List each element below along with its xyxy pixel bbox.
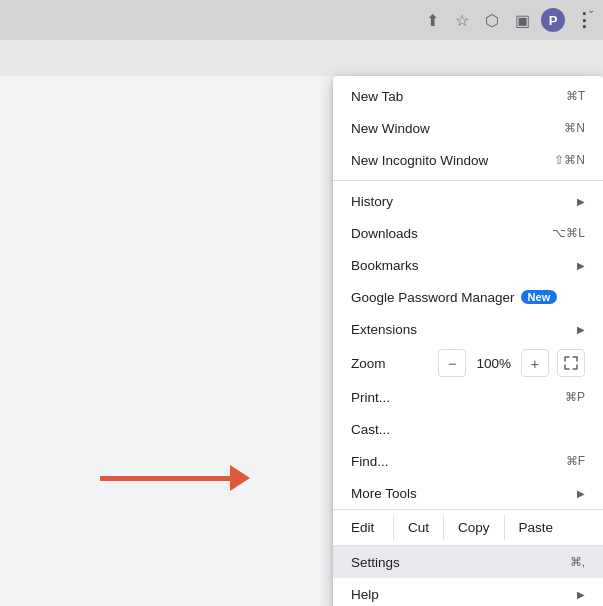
menu-item-history-label: History xyxy=(351,194,393,209)
menu-item-find-label: Find... xyxy=(351,454,389,469)
menu-item-downloads-label: Downloads xyxy=(351,226,418,241)
menu-item-new-tab-label: New Tab xyxy=(351,89,403,104)
menu-item-print-shortcut: ⌘P xyxy=(565,390,585,404)
menu-item-cast[interactable]: Cast... xyxy=(333,413,603,445)
menu-item-print[interactable]: Print... ⌘P xyxy=(333,381,603,413)
menu-item-extensions[interactable]: Extensions ▶ xyxy=(333,313,603,345)
menu-item-password-manager-label: Google Password Manager xyxy=(351,290,515,305)
arrow-head xyxy=(230,465,250,491)
zoom-value: 100% xyxy=(466,356,521,371)
menu-item-bookmarks-label: Bookmarks xyxy=(351,258,419,273)
paste-button[interactable]: Paste xyxy=(504,515,568,540)
menu-item-history[interactable]: History ▶ xyxy=(333,185,603,217)
menu-item-password-label-group: Google Password Manager New xyxy=(351,290,557,305)
chevron-right-bookmarks-icon: ▶ xyxy=(577,260,585,271)
menu-item-help[interactable]: Help ▶ xyxy=(333,578,603,606)
menu-item-downloads-shortcut: ⌥⌘L xyxy=(552,226,585,240)
chevron-right-help-icon: ▶ xyxy=(577,589,585,600)
menu-item-new-tab[interactable]: New Tab ⌘T xyxy=(333,80,603,112)
new-badge: New xyxy=(521,290,558,304)
menu-item-settings[interactable]: Settings ⌘, xyxy=(333,546,603,578)
menu-item-password-manager[interactable]: Google Password Manager New xyxy=(333,281,603,313)
arrow xyxy=(100,465,250,491)
extensions-icon[interactable]: ⬡ xyxy=(481,9,503,31)
main-area: New Tab ⌘T New Window ⌘N New Incognito W… xyxy=(0,76,603,606)
menu-item-new-window-label: New Window xyxy=(351,121,430,136)
zoom-minus-button[interactable]: − xyxy=(438,349,466,377)
tab-bar xyxy=(0,40,603,76)
menu-item-find-shortcut: ⌘F xyxy=(566,454,585,468)
toolbar-icons: ⬆ ☆ ⬡ ▣ P ⋮ xyxy=(421,8,595,32)
menu-item-extensions-label: Extensions xyxy=(351,322,417,337)
edit-label: Edit xyxy=(333,514,393,541)
zoom-controls: − 100% + xyxy=(438,349,585,377)
menu-item-settings-shortcut: ⌘, xyxy=(570,555,585,569)
menu-item-more-tools[interactable]: More Tools ▶ xyxy=(333,477,603,509)
chevron-right-extensions-icon: ▶ xyxy=(577,324,585,335)
menu-item-more-tools-label: More Tools xyxy=(351,486,417,501)
menu-item-print-label: Print... xyxy=(351,390,390,405)
cut-button[interactable]: Cut xyxy=(393,515,443,540)
zoom-label: Zoom xyxy=(351,356,386,371)
arrow-indicator xyxy=(100,465,250,491)
menu-item-new-incognito-label: New Incognito Window xyxy=(351,153,488,168)
browser-chrome: ⌄ ⬆ ☆ ⬡ ▣ P ⋮ xyxy=(0,0,603,40)
menu-item-find[interactable]: Find... ⌘F xyxy=(333,445,603,477)
edit-row: Edit Cut Copy Paste xyxy=(333,509,603,546)
menu-item-downloads[interactable]: Downloads ⌥⌘L xyxy=(333,217,603,249)
dropdown-menu: New Tab ⌘T New Window ⌘N New Incognito W… xyxy=(333,76,603,606)
chevron-right-icon: ▶ xyxy=(577,196,585,207)
arrow-line xyxy=(100,476,230,481)
menu-item-settings-label: Settings xyxy=(351,555,400,570)
chevron-right-moretools-icon: ▶ xyxy=(577,488,585,499)
chevron-down-icon: ⌄ xyxy=(587,4,595,15)
menu-item-new-incognito[interactable]: New Incognito Window ⇧⌘N xyxy=(333,144,603,176)
share-icon[interactable]: ⬆ xyxy=(421,9,443,31)
divider-1 xyxy=(333,180,603,181)
tab-icon[interactable]: ▣ xyxy=(511,9,533,31)
menu-item-new-window-shortcut: ⌘N xyxy=(564,121,585,135)
zoom-fullscreen-button[interactable] xyxy=(557,349,585,377)
profile-icon[interactable]: P xyxy=(541,8,565,32)
menu-item-help-label: Help xyxy=(351,587,379,602)
menu-item-cast-label: Cast... xyxy=(351,422,390,437)
zoom-row: Zoom − 100% + xyxy=(333,345,603,381)
bookmark-icon[interactable]: ☆ xyxy=(451,9,473,31)
menu-item-new-window[interactable]: New Window ⌘N xyxy=(333,112,603,144)
zoom-plus-button[interactable]: + xyxy=(521,349,549,377)
menu-item-new-tab-shortcut: ⌘T xyxy=(566,89,585,103)
copy-button[interactable]: Copy xyxy=(443,515,504,540)
menu-item-new-incognito-shortcut: ⇧⌘N xyxy=(554,153,585,167)
menu-item-bookmarks[interactable]: Bookmarks ▶ xyxy=(333,249,603,281)
